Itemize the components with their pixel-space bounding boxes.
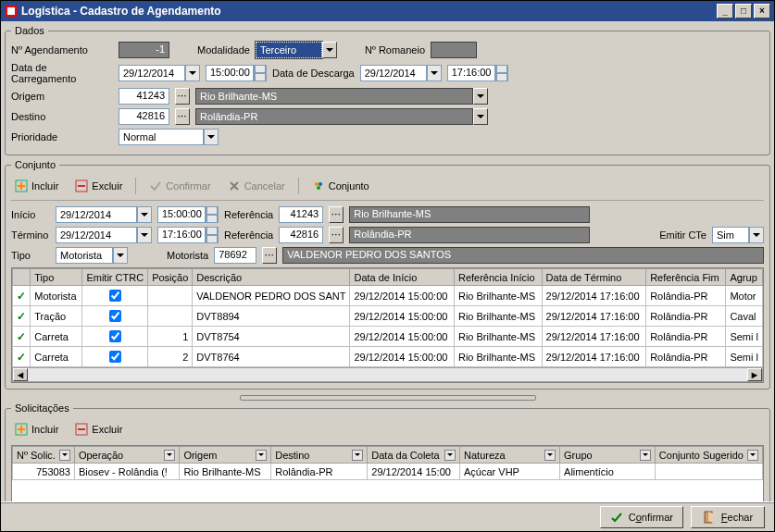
row-check-icon: ✓ — [17, 290, 26, 303]
solic-col-header[interactable]: Origem — [180, 447, 271, 464]
filter-icon[interactable] — [164, 450, 175, 461]
emitir-ctrc-checkbox[interactable] — [109, 310, 121, 322]
conjunto-table[interactable]: TipoEmitir CTRCPosiçãoDescriçãoData de I… — [11, 267, 764, 383]
solic-excluir-button[interactable]: Excluir — [71, 421, 126, 438]
conjunto-col-header[interactable]: Agrup — [726, 269, 763, 286]
filter-icon[interactable] — [544, 450, 556, 461]
solic-incluir-button[interactable]: Incluir — [11, 421, 62, 438]
romaneio-label: Nº Romaneio — [365, 44, 425, 56]
destino-desc-combo[interactable]: Rolândia-PR — [195, 108, 488, 125]
conjunto-col-header[interactable]: Referência Início — [454, 269, 542, 286]
maximize-button[interactable]: □ — [735, 4, 752, 19]
conjunto-confirmar-button[interactable]: Confirmar — [145, 178, 214, 194]
conjunto-col-header[interactable]: Tipo — [31, 269, 82, 286]
filter-icon[interactable] — [444, 450, 456, 461]
splitter[interactable] — [5, 395, 770, 401]
data-carregamento-time[interactable]: 15:00:00 — [206, 65, 267, 81]
data-descarga-date[interactable]: 29/12/2014 — [360, 65, 442, 81]
minimize-button[interactable]: _ — [717, 4, 733, 19]
solic-col-header[interactable]: Nº Solic. — [13, 447, 75, 464]
filter-icon[interactable] — [747, 450, 758, 461]
conjunto-col-header[interactable]: Data de Término — [542, 269, 646, 286]
destino-cod-field[interactable]: 42816 — [119, 108, 169, 125]
minus-icon — [75, 423, 88, 436]
origem-label: Origem — [11, 91, 113, 102]
table-row[interactable]: ✓Carreta2DVT876429/12/2014 15:00:00Rio B… — [13, 347, 763, 367]
termino-date[interactable]: 29/12/2014 — [56, 227, 152, 243]
origem-cod-field[interactable]: 41243 — [119, 88, 169, 105]
chevron-down-icon[interactable] — [322, 42, 337, 58]
svg-point-11 — [317, 186, 320, 190]
conjunto-col-header[interactable]: Descrição — [193, 269, 350, 286]
inicio-time[interactable]: 15:00:00 — [157, 206, 219, 223]
door-icon — [703, 511, 716, 524]
emitir-ctrc-checkbox[interactable] — [109, 290, 121, 302]
destino-lookup-button[interactable]: ··· — [175, 108, 190, 125]
conjunto-excluir-button[interactable]: Excluir — [71, 178, 126, 194]
filter-icon[interactable] — [352, 450, 363, 461]
ref2-cod[interactable]: 42816 — [279, 227, 323, 243]
conjunto-col-header[interactable]: Emitir CTRC — [82, 269, 148, 286]
solicitacoes-table[interactable]: Nº Solic.OperaçãoOrigemDestinoData da Co… — [11, 445, 764, 501]
svg-marker-18 — [708, 512, 713, 523]
table-row[interactable]: 753083Biosev - Rolândia (!Rio Brilhante-… — [13, 464, 763, 480]
scroll-right-icon[interactable]: ► — [747, 368, 762, 381]
emitir-cte-combo[interactable]: Sim — [712, 227, 764, 243]
origem-desc-combo[interactable]: Rio Brilhante-MS — [195, 88, 488, 105]
scroll-left-icon[interactable]: ◄ — [13, 368, 28, 381]
ref2-desc[interactable]: Rolândia-PR — [349, 227, 590, 243]
conjunto-icon — [312, 179, 325, 192]
svg-rect-1 — [7, 7, 15, 15]
solic-col-header[interactable]: Natureza — [460, 447, 560, 464]
fechar-button[interactable]: Fechar — [691, 506, 765, 528]
solic-col-header[interactable]: Conjunto Sugerido — [655, 447, 762, 464]
solic-col-header[interactable]: Operação — [74, 447, 179, 464]
ref1-cod[interactable]: 41243 — [279, 206, 323, 223]
confirmar-button[interactable]: Confirmar — [600, 506, 683, 528]
conjunto-hscroll[interactable]: ◄ ► — [12, 367, 763, 382]
check-icon — [610, 511, 623, 524]
modalidade-combo[interactable]: Terceiro — [256, 42, 337, 58]
conjunto-col-header[interactable]: Data de Início — [350, 269, 455, 286]
row-check-icon: ✓ — [17, 310, 26, 323]
conjunto-conjunto-button[interactable]: Conjunto — [308, 178, 373, 194]
prioridade-combo[interactable]: Normal — [119, 129, 219, 145]
romaneio-field[interactable] — [431, 42, 477, 58]
conjunto-col-header[interactable]: Posição — [148, 269, 193, 286]
solic-col-header[interactable]: Grupo — [560, 447, 656, 464]
conjunto-col-header[interactable]: Referência Fim — [646, 269, 726, 286]
solic-col-header[interactable]: Data da Coleta — [368, 447, 460, 464]
motorista-lookup-button[interactable]: ··· — [262, 247, 277, 264]
ref1-lookup-button[interactable]: ··· — [329, 206, 344, 223]
table-row[interactable]: ✓MotoristaVALDENOR PEDRO DOS SANT29/12/2… — [13, 286, 763, 306]
ref2-lookup-button[interactable]: ··· — [329, 227, 344, 243]
filter-icon[interactable] — [59, 450, 70, 461]
motorista-label: Motorista — [167, 250, 208, 261]
emitir-ctrc-checkbox[interactable] — [109, 351, 121, 363]
solic-col-header[interactable]: Destino — [271, 447, 368, 464]
table-row[interactable]: ✓TraçãoDVT889429/12/2014 15:00:00Rio Bri… — [13, 306, 763, 327]
conjunto-toolbar: Incluir Excluir Confirmar Cancelar — [11, 176, 764, 201]
origem-lookup-button[interactable]: ··· — [175, 88, 190, 105]
conjunto-incluir-button[interactable]: Incluir — [11, 178, 62, 194]
plus-icon — [15, 423, 28, 436]
inicio-date[interactable]: 29/12/2014 — [56, 206, 152, 223]
conjunto-group: Conjunto Incluir Excluir Confirmar C — [5, 159, 770, 390]
ref1-desc[interactable]: Rio Brilhante-MS — [349, 206, 590, 223]
motorista-desc[interactable]: VALDENOR PEDRO DOS SANTOS — [282, 247, 764, 264]
close-button[interactable]: × — [754, 4, 770, 19]
motorista-cod[interactable]: 78692 — [214, 247, 256, 264]
table-row[interactable]: ✓Carreta1DVT875429/12/2014 15:00:00Rio B… — [13, 327, 763, 347]
data-descarga-time[interactable]: 17:16:00 — [447, 65, 508, 81]
emitir-ctrc-checkbox[interactable] — [109, 330, 121, 342]
termino-time[interactable]: 17:16:00 — [157, 227, 219, 243]
tipo-combo[interactable]: Motorista — [56, 247, 128, 264]
data-carregamento-date[interactable]: 29/12/2014 — [119, 65, 200, 81]
data-descarga-label: Data de Descarga — [272, 68, 355, 79]
conjunto-cancelar-button[interactable]: Cancelar — [224, 178, 289, 194]
solicitacoes-legend: Solicitações — [11, 402, 73, 414]
numero-agendamento-field[interactable]: -1 — [119, 42, 169, 58]
row-indicator-header — [13, 269, 31, 286]
filter-icon[interactable] — [256, 450, 267, 461]
filter-icon[interactable] — [640, 450, 651, 461]
